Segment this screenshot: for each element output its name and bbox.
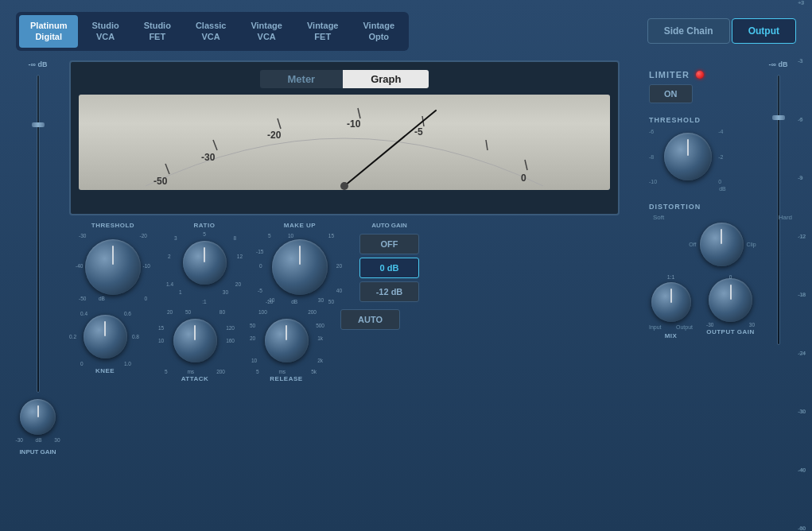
attack-group: 20 50 80 15 10 120 160 5 ms 200 ATTACK: [163, 309, 227, 382]
meter-tab-graph[interactable]: Graph: [343, 70, 429, 88]
right-fader-value: -∞ dB: [769, 60, 788, 68]
auto-gain-off-button[interactable]: OFF: [359, 234, 419, 254]
svg-line-5: [486, 140, 488, 150]
top-bar: PlatinumDigital StudioVCA StudioFET Clas…: [16, 12, 796, 51]
distortion-title: DISTORTION: [649, 203, 701, 211]
makeup-label: MAKE UP: [284, 222, 316, 229]
limiter-threshold-title: THRESHOLD: [649, 116, 701, 124]
preset-tab-classic-vca[interactable]: ClassicVCA: [185, 15, 238, 48]
meter-tab-meter[interactable]: Meter: [260, 70, 344, 88]
limiter-title: LIMITER: [649, 70, 690, 79]
limiter-threshold-knob[interactable]: [664, 133, 712, 180]
attack-knob[interactable]: [173, 319, 217, 362]
vu-inner: -50 -30 -20 -10 -5 0: [79, 95, 610, 190]
input-gain-knob[interactable]: [20, 399, 56, 435]
svg-point-14: [340, 182, 348, 190]
distortion-soft-label: Soft: [653, 214, 664, 221]
auto-gain-12db-button[interactable]: -12 dB: [359, 281, 419, 302]
auto-gain-0db-button[interactable]: 0 dB: [359, 258, 419, 278]
right-fader-scale: +3 -3 -6 -9 -12 -18 -24: [798, 0, 806, 531]
side-chain-button[interactable]: Side Chain: [647, 18, 730, 44]
row2-controls: 0.4 0.6 0.2 0.8 0 1.0 KNEE 20 50: [69, 309, 620, 382]
input-gain-section: -∞ dB +3 -3 -6 -9 -12 -18 -24: [16, 60, 60, 504]
output-gain-knob[interactable]: [709, 278, 752, 322]
auto-gain-section: AUTO GAIN OFF 0 dB -12 dB: [359, 222, 419, 302]
meter-tabs: Meter Graph: [79, 70, 610, 88]
right-section: -∞ dB +3 -3 -6 -9 -12: [629, 60, 796, 504]
svg-line-0: [165, 164, 169, 174]
distortion-clip-label: Clip: [747, 242, 756, 247]
input-fader-track[interactable]: [37, 75, 40, 393]
input-fader-handle[interactable]: [32, 122, 45, 127]
release-group: 100 200 50 20 10 500 1k 2k 5 ms 5k RELEA…: [254, 309, 318, 382]
makeup-knob[interactable]: [272, 239, 328, 295]
release-auto-button[interactable]: AUTO: [340, 309, 400, 330]
svg-text:-30: -30: [201, 152, 216, 163]
svg-text:0: 0: [521, 172, 526, 184]
distortion-hard-label: Hard: [779, 214, 792, 221]
svg-line-1: [213, 140, 217, 150]
output-gain-label: OUTPUT GAIN: [706, 328, 755, 335]
input-gain-max: 30: [54, 437, 60, 443]
plugin-container: PlatinumDigital StudioVCA StudioFET Clas…: [0, 0, 812, 531]
threshold-group: THRESHOLD -30 -20 -40 -10 -50 dB 0: [77, 222, 149, 303]
limiter-threshold-scale-left: -6 -8 -10: [649, 129, 657, 184]
svg-line-3: [358, 108, 360, 118]
svg-text:-10: -10: [347, 118, 361, 130]
limiter-threshold-unit: dB: [649, 186, 796, 192]
knee-label: KNEE: [95, 367, 115, 374]
input-gain-unit: dB: [36, 437, 42, 443]
svg-line-6: [525, 160, 527, 170]
preset-tab-studio-vca[interactable]: StudioVCA: [80, 15, 130, 48]
vu-arc-svg: -50 -30 -20 -10 -5 0: [122, 99, 567, 190]
ratio-group: RATIO 5 8 12 20 30 3 2 1.4 1 :1: [173, 222, 236, 295]
preset-tab-platinum-digital[interactable]: PlatinumDigital: [19, 15, 78, 48]
mix-knob[interactable]: [651, 282, 691, 322]
distortion-knob[interactable]: [700, 223, 744, 266]
ratio-knob[interactable]: [183, 241, 227, 285]
ratio-unit: :1: [202, 299, 206, 304]
mix-title: MIX: [665, 332, 678, 339]
svg-line-2: [278, 118, 281, 129]
output-button[interactable]: Output: [732, 18, 796, 44]
limiter-led: [696, 71, 704, 79]
row1-controls: THRESHOLD -30 -20 -40 -10 -50 dB 0 RATIO: [69, 222, 620, 303]
input-gain-min: -30: [16, 437, 23, 443]
knee-group: 0.4 0.6 0.2 0.8 0 1.0 KNEE: [77, 309, 133, 374]
threshold-knob[interactable]: [85, 239, 141, 295]
distortion-off-label: Off: [689, 242, 696, 247]
attack-label: ATTACK: [181, 375, 209, 382]
release-label: RELEASE: [270, 375, 302, 382]
limiter-on-button[interactable]: ON: [649, 84, 693, 103]
input-gain-label: INPUT GAIN: [19, 448, 56, 455]
mix-output-label: Output: [676, 324, 693, 330]
preset-tab-vintage-vca[interactable]: VintageVCA: [239, 15, 293, 48]
preset-tab-vintage-opto[interactable]: VintageOpto: [352, 15, 406, 48]
preset-tab-studio-fet[interactable]: StudioFET: [133, 15, 182, 48]
limiter-threshold-scale-right: -4 -2 0: [718, 129, 723, 184]
knee-knob[interactable]: [84, 315, 127, 359]
main-area: -∞ dB +3 -3 -6 -9 -12 -18 -24: [16, 60, 796, 504]
preset-tab-vintage-fet[interactable]: VintageFET: [296, 15, 350, 48]
ratio-label: RATIO: [194, 222, 216, 229]
preset-tabs: PlatinumDigital StudioVCA StudioFET Clas…: [16, 12, 409, 51]
release-knob[interactable]: [265, 319, 309, 362]
input-gain-value: -∞ dB: [29, 60, 48, 68]
auto-gain-label: AUTO GAIN: [371, 222, 407, 229]
center-section: Meter Graph: [69, 60, 620, 504]
threshold-label: THRESHOLD: [91, 222, 134, 229]
vu-display: -50 -30 -20 -10 -5 0: [79, 95, 610, 190]
mix-scale-label: 1:1: [667, 274, 675, 280]
vu-meter-container: Meter Graph: [69, 60, 620, 215]
mix-input-label: Input: [649, 324, 662, 330]
top-right-buttons: Side Chain Output: [647, 18, 796, 44]
makeup-group: MAKE UP 5 10 15 0 20 -5 -10 30 40 -15 dB: [264, 222, 336, 303]
svg-text:-20: -20: [267, 130, 282, 141]
svg-text:-50: -50: [153, 176, 168, 187]
right-panel: LIMITER ON THRESHOLD -6 -8 -10: [649, 70, 796, 339]
